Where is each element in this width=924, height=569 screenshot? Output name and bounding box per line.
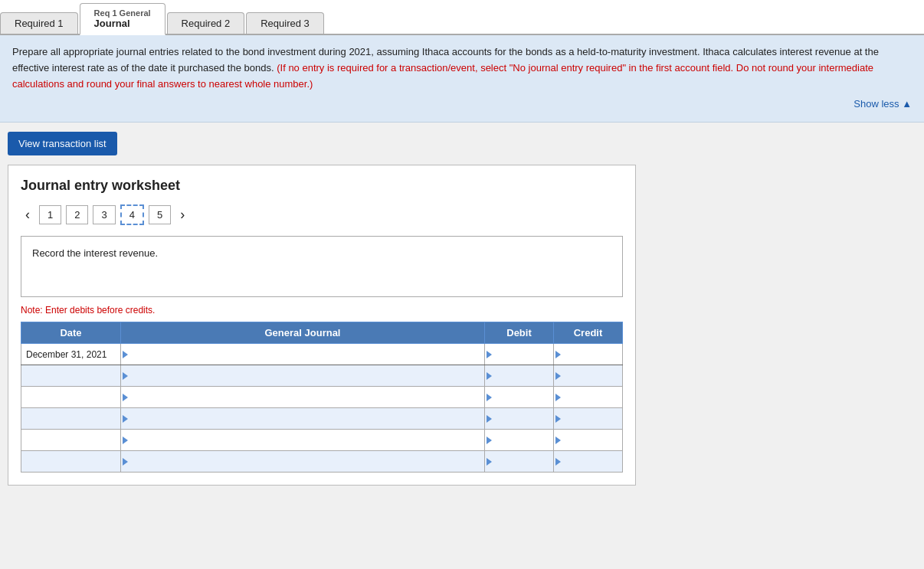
debit-cell-5[interactable] (485, 430, 554, 451)
journal-input-5[interactable] (121, 430, 484, 450)
credit-cell-3[interactable] (554, 387, 623, 408)
debit-input-5[interactable] (485, 430, 553, 450)
credit-input-2[interactable] (554, 365, 622, 386)
table-header-row: Date General Journal Debit Credit (21, 322, 623, 344)
tab-required2-label: Required 2 (182, 18, 231, 29)
date-cell-3 (21, 387, 121, 408)
credit-cell-1[interactable] (554, 344, 623, 365)
journal-input-3[interactable] (121, 387, 484, 407)
page-1[interactable]: 1 (39, 205, 61, 224)
journal-cell-2[interactable] (121, 365, 485, 387)
worksheet-title: Journal entry worksheet (21, 178, 623, 194)
credit-input-5[interactable] (554, 430, 622, 450)
credit-cell-5[interactable] (554, 430, 623, 451)
col-header-credit: Credit (554, 322, 623, 344)
table-row (21, 365, 623, 387)
credit-cell-6[interactable] (554, 451, 623, 473)
debit-cell-6[interactable] (485, 451, 554, 473)
journal-cell-5[interactable] (121, 430, 485, 451)
tab-required1-label: Required 1 (15, 18, 64, 29)
debit-input-1[interactable] (485, 344, 553, 365)
journal-cell-6[interactable] (121, 451, 485, 473)
journal-input-4[interactable] (121, 408, 484, 429)
debit-cell-1[interactable] (485, 344, 554, 365)
journal-input-1[interactable] (121, 344, 484, 365)
journal-cell-4[interactable] (121, 408, 485, 430)
debit-cell-2[interactable] (485, 365, 554, 387)
page-4[interactable]: 4 (120, 204, 144, 225)
next-page-arrow[interactable]: › (175, 205, 189, 224)
table-row (21, 408, 623, 430)
date-cell-5 (21, 430, 121, 451)
tab-req1-journal[interactable]: Req 1 General Journal (80, 3, 165, 35)
journal-input-6[interactable] (121, 451, 484, 472)
tab-required1[interactable]: Required 1 (0, 12, 78, 34)
record-text: Record the interest revenue. (32, 247, 158, 259)
table-row (21, 451, 623, 473)
show-less-container: Show less ▲ (12, 96, 912, 113)
journal-table: Date General Journal Debit Credit Decemb… (21, 322, 623, 473)
debit-input-2[interactable] (485, 365, 553, 386)
credit-cell-4[interactable] (554, 408, 623, 430)
tab-required2[interactable]: Required 2 (167, 12, 245, 34)
tabs-bar: Required 1 Req 1 General Journal Require… (0, 0, 924, 35)
credit-input-4[interactable] (554, 408, 622, 429)
date-cell-1: December 31, 2021 (21, 344, 121, 365)
debit-cell-4[interactable] (485, 408, 554, 430)
table-row (21, 430, 623, 451)
date-cell-6 (21, 451, 121, 473)
worksheet-container: Journal entry worksheet ‹ 1 2 3 4 5 › Re… (8, 165, 636, 486)
credit-input-3[interactable] (554, 387, 622, 407)
page-navigation: ‹ 1 2 3 4 5 › (21, 204, 623, 225)
journal-input-2[interactable] (121, 365, 484, 386)
table-row (21, 387, 623, 408)
debit-input-3[interactable] (485, 387, 553, 407)
debit-cell-3[interactable] (485, 387, 554, 408)
page-3[interactable]: 3 (93, 205, 115, 224)
note-text: Note: Enter debits before credits. (21, 305, 623, 316)
table-row: December 31, 2021 (21, 344, 623, 365)
prev-page-arrow[interactable]: ‹ (21, 205, 34, 224)
col-header-date: Date (21, 322, 121, 344)
show-less-link[interactable]: Show less ▲ (854, 98, 912, 110)
credit-cell-2[interactable] (554, 365, 623, 387)
debit-input-6[interactable] (485, 451, 553, 472)
col-header-debit: Debit (485, 322, 554, 344)
col-header-journal: General Journal (121, 322, 485, 344)
journal-cell-3[interactable] (121, 387, 485, 408)
first-row-date: December 31, 2021 (26, 349, 106, 360)
tab-req1-journal-sublabel: Req 1 General (94, 8, 151, 18)
debit-input-4[interactable] (485, 408, 553, 429)
date-cell-4 (21, 408, 121, 430)
tab-req1-journal-label: Journal (94, 18, 151, 29)
instruction-box: Prepare all appropriate journal entries … (0, 35, 924, 123)
tab-required3[interactable]: Required 3 (246, 12, 324, 34)
page-5[interactable]: 5 (149, 205, 171, 224)
view-transaction-button[interactable]: View transaction list (8, 132, 117, 155)
journal-cell-1[interactable] (121, 344, 485, 365)
page-2[interactable]: 2 (66, 205, 88, 224)
date-cell-2 (21, 365, 121, 387)
tab-required3-label: Required 3 (260, 18, 310, 29)
credit-input-1[interactable] (554, 344, 622, 365)
credit-input-6[interactable] (554, 451, 622, 472)
record-instruction-box: Record the interest revenue. (21, 236, 623, 297)
